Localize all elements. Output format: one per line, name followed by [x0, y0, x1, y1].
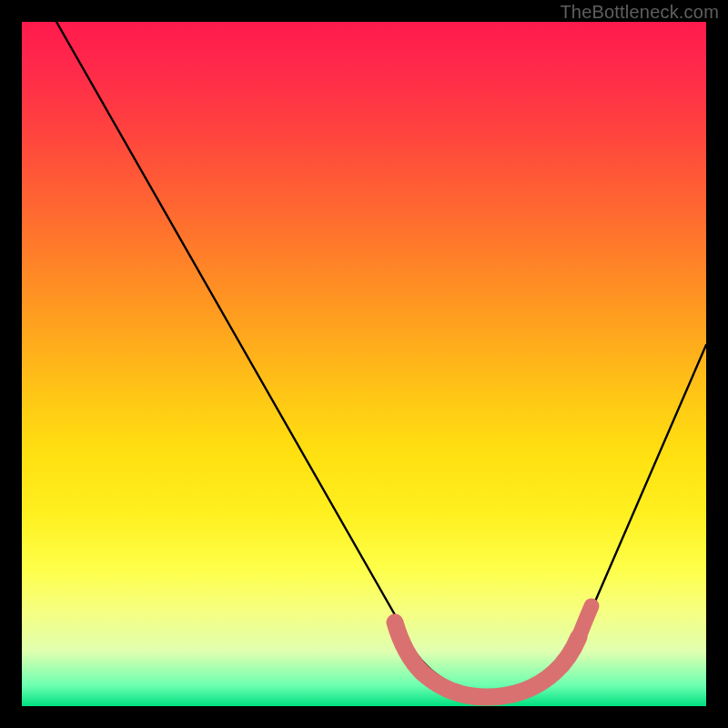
bottleneck-curve-path — [56, 22, 706, 693]
chart-stage: TheBottleneck.com — [0, 0, 728, 728]
attribution-label: TheBottleneck.com — [560, 2, 719, 23]
optimal-region-marker-path — [395, 622, 579, 697]
chart-svg-layer — [22, 22, 706, 706]
optimal-region-marker-segment — [579, 606, 592, 637]
